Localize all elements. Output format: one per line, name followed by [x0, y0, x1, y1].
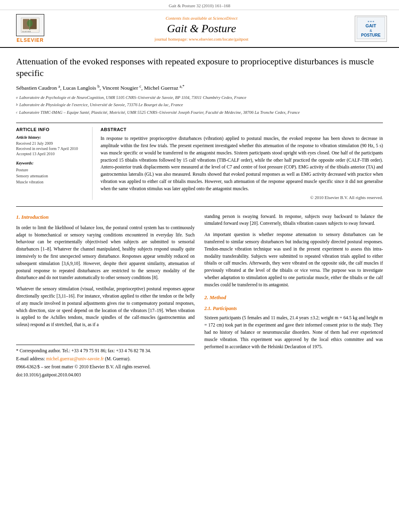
keywords-label: Keywords:	[16, 161, 86, 165]
keyword-posture: Posture	[16, 167, 86, 173]
elsevier-logo: ELSEVIER ELSEVIER	[12, 14, 48, 43]
journal-title: Gait & Posture	[48, 22, 355, 35]
footnote-divider	[16, 345, 195, 345]
elsevier-text: ELSEVIER	[16, 37, 43, 43]
section-divider	[16, 206, 383, 207]
main-content: Attenuation of the evoked responses with…	[0, 48, 399, 387]
svg-point-3	[27, 20, 33, 27]
citation-text: Gait & Posture 32 (2010) 161–168	[169, 3, 230, 8]
page: Gait & Posture 32 (2010) 161–168 ELSEVIE…	[0, 0, 399, 532]
corresponding-author: * Corresponding author. Tel.: +33 4 79 7…	[16, 347, 195, 355]
journal-header-center: Contents lists available at ScienceDirec…	[48, 16, 355, 41]
affiliation-c-text: Laboratoire TIMC-IMAG – Equipe Santé, Pl…	[19, 109, 300, 116]
affiliation-c: c Laboratoire TIMC-IMAG – Equipe Santé, …	[16, 109, 383, 116]
authors: Sébastien Caudron a, Lucas Langlois b, V…	[16, 84, 383, 91]
email-address[interactable]: michel.guerraz@univ-savoie.fr	[46, 356, 104, 361]
journal-header: ELSEVIER ELSEVIER Contents lists availab…	[0, 10, 399, 48]
svg-text:GAIT: GAIT	[366, 23, 376, 28]
keywords-list: Posture Sensory attenuation Muscle vibra…	[16, 167, 86, 185]
affiliations: a Laboratoire de Psychologie et de Neuro…	[16, 94, 383, 116]
svg-text:&: &	[370, 29, 372, 33]
method-heading: 2. Method	[204, 294, 383, 302]
intro-para-2: Whatever the sensory stimulation (visual…	[16, 286, 195, 329]
abstract-copyright: © 2010 Elsevier B.V. All rights reserved…	[101, 195, 383, 200]
doi: doi:10.1016/j.gaitpost.2010.04.003	[16, 372, 195, 379]
sciencedirect-name[interactable]: ScienceDirect	[213, 16, 237, 21]
keyword-sensory: Sensory attenuation	[16, 173, 86, 179]
email-suffix: (M. Guerraz).	[105, 356, 131, 361]
article-info-heading: ARTICLE INFO	[16, 127, 86, 132]
right-column: standing person is swaying forward. In r…	[204, 213, 383, 380]
abstract-section: ABSTRACT In response to repetitive propr…	[101, 127, 383, 200]
revised-date: Received in revised form 7 April 2010	[16, 146, 86, 151]
body-columns: 1. Introduction In order to limit the li…	[16, 213, 383, 380]
email-line: E-mail address: michel.guerraz@univ-savo…	[16, 355, 195, 363]
citation-bar: Gait & Posture 32 (2010) 161–168	[0, 0, 399, 10]
homepage-label: journal homepage: www.elsevier.com/locat…	[154, 37, 248, 41]
email-label: E-mail address:	[16, 356, 45, 361]
affiliation-a: a Laboratoire de Psychologie et de Neuro…	[16, 94, 383, 101]
affiliation-b-text: Laboratoire de Physiologie de l'exercice…	[19, 102, 183, 109]
article-title: Attenuation of the evoked responses with…	[16, 56, 383, 79]
article-info: ARTICLE INFO Article history: Received 2…	[16, 127, 93, 200]
participants-text: Sixteen participants (5 females and 11 m…	[204, 314, 383, 350]
sciencedirect-label: Contents lists available at	[166, 16, 212, 21]
sciencedirect-link: Contents lists available at ScienceDirec…	[48, 16, 355, 21]
right-para-2: An important question is whether respons…	[204, 231, 383, 289]
gp-small-text: ≡ ≡ ≡ GAIT & POSTURE	[357, 17, 385, 40]
elsevier-graphic: ELSEVIER	[16, 14, 44, 36]
accepted-date: Accepted 13 April 2010	[16, 152, 86, 156]
gait-posture-logo: ≡ ≡ ≡ GAIT & POSTURE	[355, 16, 387, 42]
elsevier-tree-svg: ELSEVIER	[18, 16, 42, 34]
info-abstract-row: ARTICLE INFO Article history: Received 2…	[16, 123, 383, 200]
svg-text:POSTURE: POSTURE	[361, 33, 381, 37]
affiliation-a-text: Laboratoire de Psychologie et de NeuroCo…	[19, 94, 246, 101]
received-date: Received 21 July 2009	[16, 141, 86, 146]
history-label: Article history:	[16, 135, 86, 140]
abstract-heading: ABSTRACT	[101, 127, 383, 132]
svg-text:ELSEVIER: ELSEVIER	[22, 31, 31, 33]
participants-heading: 2.1. Participants	[204, 305, 383, 312]
footnotes: * Corresponding author. Tel.: +33 4 79 7…	[16, 345, 195, 378]
intro-para-1: In order to limit the likelihood of bala…	[16, 224, 195, 282]
authors-text: Sébastien Caudron a, Lucas Langlois b, V…	[16, 85, 184, 91]
issn: 0966-6362/$ – see front matter © 2010 El…	[16, 364, 195, 371]
keyword-muscle: Muscle vibration	[16, 179, 86, 185]
journal-homepage: journal homepage: www.elsevier.com/locat…	[48, 37, 355, 41]
left-column: 1. Introduction In order to limit the li…	[16, 213, 195, 380]
svg-text:≡ ≡ ≡: ≡ ≡ ≡	[368, 20, 374, 23]
intro-heading: 1. Introduction	[16, 213, 195, 221]
right-para-1: standing person is swaying forward. In r…	[204, 213, 383, 228]
abstract-text: In response to repetitive proprioceptive…	[101, 135, 383, 193]
affiliation-b: b Laboratoire de Physiologie de l'exerci…	[16, 102, 383, 109]
